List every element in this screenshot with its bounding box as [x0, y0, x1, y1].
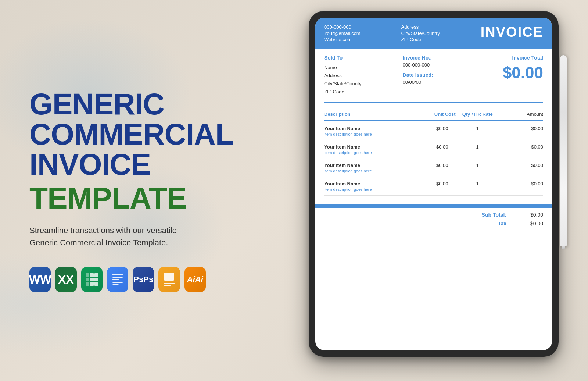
sold-to-label: Sold To: [324, 55, 361, 61]
tablet-container: 000-000-000 Your@email.com Website.com A…: [309, 11, 573, 368]
item-3-cost: $0.00: [412, 163, 455, 173]
email: Your@email.com: [324, 31, 361, 36]
invoice-no-value: 000-000-000: [403, 62, 462, 68]
col-qty: Qty / HR Rate: [456, 111, 499, 117]
item-row-1: Your Item Name Item description goes her…: [324, 122, 543, 140]
item-1-qty: 1: [456, 126, 499, 136]
item-3-desc: Item description goes here: [324, 169, 412, 173]
word-icon: W: [29, 267, 51, 292]
invoice-title: INVOICE: [481, 24, 543, 40]
item-4-cost: $0.00: [412, 181, 455, 192]
tablet-device: 000-000-000 Your@email.com Website.com A…: [309, 11, 559, 357]
item-2-desc: Item description goes here: [324, 150, 412, 155]
client-city: City/State/County: [324, 80, 361, 88]
photoshop-icon: Ps: [133, 267, 154, 292]
address-info: Address City/State/Country ZIP Code: [401, 24, 440, 42]
col-unit-cost: Unit Cost: [412, 111, 455, 117]
invoice-footer-area: Sub Total: $0.00 Tax $0.00: [315, 204, 552, 232]
subtotal-value: $0.00: [521, 212, 543, 218]
col-amount: Amount: [499, 111, 543, 117]
item-1-name: Your Item Name: [324, 126, 412, 131]
tablet-screen: 000-000-000 Your@email.com Website.com A…: [315, 18, 552, 350]
invoice-no-label: Invoice No.:: [403, 55, 462, 61]
excel-letter: X: [66, 273, 74, 286]
date-issued-label: Date Issued:: [403, 72, 462, 78]
illustrator-icon: Ai: [184, 267, 206, 292]
item-4-name: Your Item Name: [324, 181, 412, 186]
date-issued-value: 00/00/00: [403, 79, 462, 85]
items-section: Description Unit Cost Qty / HR Rate Amou…: [324, 108, 543, 196]
tax-label: Tax: [498, 221, 506, 227]
word-letter: W: [40, 273, 51, 286]
tax-row: Tax $0.00: [324, 221, 543, 227]
item-1-cost: $0.00: [412, 126, 455, 136]
sheets-grid: [86, 273, 98, 286]
main-title: GENERIC COMMERCIAL INVOICE: [29, 89, 206, 179]
client-name: Name: [324, 64, 361, 72]
item-4-desc: Item description goes here: [324, 187, 412, 192]
invoice-title-box: INVOICE: [481, 24, 543, 40]
item-2-name: Your Item Name: [324, 144, 412, 150]
item-row-2: Your Item Name Item description goes her…: [324, 140, 543, 159]
item-3-qty: 1: [456, 163, 499, 173]
sheets-icon: [81, 267, 103, 292]
invoice-meta: Invoice No.: 000-000-000 Date Issued: 00…: [403, 55, 462, 85]
sub-title: TEMPLATE: [29, 183, 206, 213]
item-1-desc-col: Your Item Name Item description goes her…: [324, 126, 412, 136]
item-3-desc-col: Your Item Name Item description goes her…: [324, 163, 412, 173]
col-description: Description: [324, 111, 412, 117]
item-2-desc-col: Your Item Name Item description goes her…: [324, 144, 412, 155]
footer-totals: Sub Total: $0.00 Tax $0.00: [315, 208, 552, 232]
item-row-3: Your Item Name Item description goes her…: [324, 159, 543, 177]
item-2-qty: 1: [456, 144, 499, 155]
item-2-cost: $0.00: [412, 144, 455, 155]
tax-value: $0.00: [521, 221, 543, 227]
invoice-total-label: Invoice Total: [503, 55, 543, 61]
address: Address: [401, 24, 440, 30]
item-1-desc: Item description goes here: [324, 132, 412, 136]
sold-to-info: Name Address City/State/County ZIP Code: [324, 64, 361, 96]
subtotal-row: Sub Total: $0.00: [324, 212, 543, 218]
city-state: City/State/Country: [401, 31, 440, 36]
docs-lines: [112, 274, 123, 285]
excel-icon: X: [55, 267, 76, 292]
stylus: [560, 55, 567, 246]
invoice-total-amount: $0.00: [503, 64, 543, 82]
description-text: Streamline transactions with our versati…: [29, 224, 184, 249]
item-3-name: Your Item Name: [324, 163, 412, 168]
pages-icon: [158, 267, 180, 292]
invoice-header: 000-000-000 Your@email.com Website.com A…: [315, 18, 552, 49]
phone: 000-000-000: [324, 24, 361, 30]
item-4-desc-col: Your Item Name Item description goes her…: [324, 181, 412, 192]
item-row-4: Your Item Name Item description goes her…: [324, 177, 543, 196]
contact-info: 000-000-000 Your@email.com Website.com: [324, 24, 361, 42]
item-2-amount: $0.00: [499, 144, 543, 155]
pages-lines: [164, 273, 175, 286]
item-1-amount: $0.00: [499, 126, 543, 136]
app-icons-row: W X: [29, 267, 206, 292]
client-address: Address: [324, 72, 361, 80]
ai-text: Ai: [195, 275, 203, 284]
client-zip: ZIP Code: [324, 88, 361, 96]
item-4-qty: 1: [456, 181, 499, 192]
left-panel: GENERIC COMMERCIAL INVOICE TEMPLATE Stre…: [0, 0, 228, 381]
website: Website.com: [324, 37, 361, 42]
zip-code: ZIP Code: [401, 37, 440, 42]
footer-blue-bar: [315, 204, 552, 208]
items-header: Description Unit Cost Qty / HR Rate Amou…: [324, 108, 543, 121]
item-3-amount: $0.00: [499, 163, 543, 173]
sold-to-left: Sold To Name Address City/State/County Z…: [324, 55, 361, 96]
invoice-body: Sold To Name Address City/State/County Z…: [315, 49, 552, 202]
invoice-total-box: Invoice Total $0.00: [503, 55, 543, 82]
sold-to-section: Sold To Name Address City/State/County Z…: [324, 55, 543, 103]
item-4-amount: $0.00: [499, 181, 543, 192]
ps-text: Ps: [143, 275, 153, 284]
docs-icon: [107, 267, 128, 292]
subtotal-label: Sub Total:: [482, 212, 506, 218]
